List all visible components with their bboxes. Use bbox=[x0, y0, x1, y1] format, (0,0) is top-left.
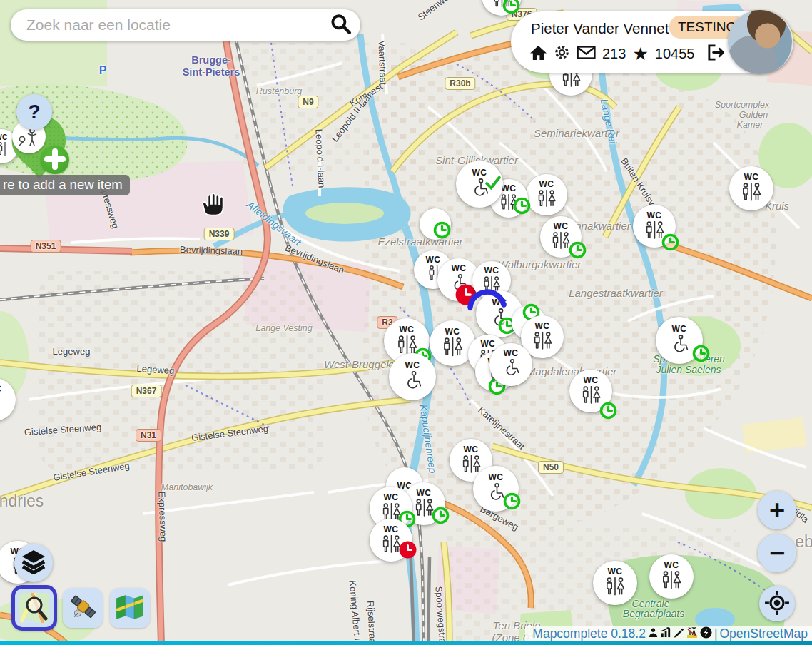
crosshair-icon bbox=[764, 590, 790, 618]
wc-label: WC bbox=[744, 172, 759, 182]
background-satellite-button[interactable] bbox=[63, 588, 103, 628]
home-icon bbox=[529, 44, 547, 63]
toilet-mf-icon bbox=[739, 183, 763, 205]
messages-button[interactable] bbox=[577, 46, 596, 61]
star-icon: ★ bbox=[632, 45, 648, 63]
add-item-tooltip: re to add a new item bbox=[0, 175, 130, 195]
osm-carto-icon bbox=[19, 593, 49, 623]
map-markers-layer: WCWCWCWCWCWCWCWCWCWCWCWCWCWCWCWCWCWCWCWC… bbox=[0, 0, 812, 645]
messages-count: 213 bbox=[602, 46, 626, 62]
wc-label: WC bbox=[489, 472, 504, 482]
user-name: Pieter Vander Vennet bbox=[531, 20, 669, 37]
toilet-mf-icon bbox=[603, 577, 627, 599]
zoom-out-button[interactable]: − bbox=[758, 534, 796, 572]
envelope-icon bbox=[577, 46, 596, 61]
toilet-mf-icon bbox=[440, 337, 465, 360]
satellite-icon bbox=[67, 591, 98, 625]
wc-marker[interactable]: WC bbox=[489, 343, 532, 386]
wheelchair-icon bbox=[489, 308, 511, 331]
wc-marker[interactable]: WC bbox=[593, 561, 637, 605]
wheelchair-icon bbox=[469, 178, 491, 201]
user-panel: Pieter Vander Vennet TESTING 213 ★ 10455 bbox=[511, 11, 793, 73]
folded-map-icon bbox=[115, 594, 145, 623]
stats-icon[interactable] bbox=[648, 627, 659, 641]
background-osm-button[interactable] bbox=[11, 585, 57, 631]
toilet-mf-icon bbox=[498, 194, 519, 213]
zoom-in-button[interactable]: + bbox=[758, 491, 796, 529]
wc-label: WC bbox=[504, 348, 519, 358]
search-bar bbox=[11, 9, 360, 41]
wc-label: WC bbox=[481, 339, 496, 349]
wc-label: WC bbox=[539, 179, 554, 189]
mapcomplete-version-link[interactable]: Mapcomplete 0.18.2 bbox=[532, 626, 646, 641]
map-canvas[interactable]: Brugge-Sint-PietersRustenburgN9R30bN376N… bbox=[0, 0, 812, 645]
wc-marker[interactable]: WC bbox=[370, 519, 412, 562]
wc-marker[interactable]: WC bbox=[729, 166, 773, 210]
wc-label: WC bbox=[426, 255, 441, 265]
background-map-button[interactable] bbox=[110, 588, 150, 628]
toilet-mf-icon bbox=[549, 232, 572, 253]
logout-button[interactable] bbox=[706, 44, 724, 63]
wc-label: WC bbox=[502, 183, 517, 193]
layers-button[interactable] bbox=[14, 544, 53, 582]
wc-marker[interactable]: WC bbox=[526, 174, 567, 215]
toilet-mf-icon bbox=[643, 221, 666, 243]
gear-icon bbox=[554, 44, 570, 63]
toilet-mf-icon bbox=[579, 386, 603, 407]
toilet-mf-icon bbox=[531, 332, 554, 353]
toilet-mf-icon bbox=[380, 535, 403, 557]
wc-label: WC bbox=[464, 445, 479, 454]
search-icon bbox=[329, 13, 352, 38]
wc-label: WC bbox=[672, 324, 687, 334]
wc-label: WC bbox=[484, 265, 499, 275]
geolocate-button[interactable] bbox=[759, 586, 795, 621]
help-button[interactable]: ? bbox=[16, 94, 52, 130]
logout-icon bbox=[706, 44, 724, 63]
wc-label: WC bbox=[384, 524, 399, 534]
osm-copyright-icon[interactable] bbox=[700, 626, 712, 641]
add-plus-button[interactable] bbox=[41, 146, 69, 174]
search-button[interactable] bbox=[329, 13, 360, 38]
wheelchair-icon bbox=[485, 483, 507, 505]
wc-label: WC bbox=[535, 321, 550, 331]
user-avatar[interactable] bbox=[728, 10, 792, 74]
wc-marker[interactable]: WC bbox=[633, 205, 676, 248]
home-button[interactable] bbox=[529, 44, 547, 63]
wc-label: WC bbox=[400, 325, 415, 335]
wc-marker[interactable]: WC bbox=[389, 353, 436, 400]
attribution-separator: | bbox=[714, 626, 718, 641]
wc-marker[interactable]: WC bbox=[473, 466, 519, 512]
settings-button[interactable] bbox=[554, 44, 570, 63]
wc-marker[interactable]: WC bbox=[482, 0, 522, 16]
toilet-mf-icon bbox=[535, 190, 558, 210]
wheelchair-icon bbox=[669, 335, 691, 357]
wc-marker[interactable] bbox=[420, 208, 451, 240]
theme-logo-icon[interactable] bbox=[686, 627, 698, 641]
wc-marker[interactable]: WC bbox=[540, 216, 582, 258]
chart-icon[interactable] bbox=[661, 627, 671, 641]
wc-label: WC bbox=[384, 492, 399, 502]
bottom-accent-strip bbox=[0, 641, 812, 645]
wc-marker[interactable]: WC bbox=[456, 161, 503, 208]
wheelchair-icon bbox=[402, 371, 424, 394]
wc-marker[interactable]: WC bbox=[0, 378, 16, 421]
openstreetmap-link[interactable]: OpenStreetMap bbox=[719, 626, 808, 641]
toilet-mf-icon bbox=[491, 0, 513, 11]
toilet-mf-icon bbox=[659, 571, 684, 593]
toilet-urinal-icon bbox=[0, 395, 1, 415]
wc-marker[interactable]: WC bbox=[656, 317, 703, 364]
wc-marker[interactable]: WC bbox=[649, 554, 694, 599]
wc-label: WC bbox=[608, 567, 623, 577]
edit-pencil-icon[interactable] bbox=[674, 627, 684, 641]
wc-marker[interactable]: WC bbox=[569, 370, 612, 412]
wc-label: WC bbox=[472, 168, 487, 178]
search-input[interactable] bbox=[25, 16, 329, 34]
changesets-count: 10455 bbox=[655, 46, 695, 62]
wc-label: WC bbox=[584, 375, 599, 385]
wc-label: WC bbox=[554, 221, 569, 231]
changesets-button[interactable]: ★ bbox=[632, 45, 648, 63]
wc-label: WC bbox=[445, 327, 460, 337]
plus-icon bbox=[44, 148, 66, 172]
attribution-bar: Mapcomplete 0.18.2 | OpenStreetMap bbox=[525, 626, 812, 642]
toilet-mf-icon bbox=[412, 499, 436, 520]
